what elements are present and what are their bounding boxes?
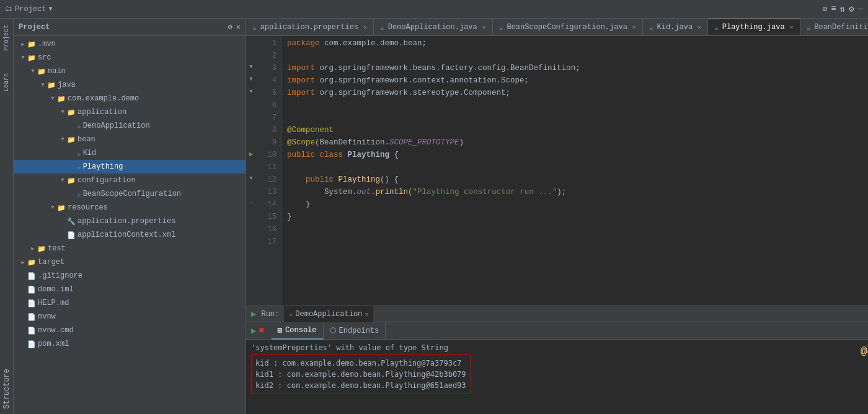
tree-label-16: target [38,258,64,266]
tab-close-plaything[interactable]: ✕ [790,24,794,31]
code-line-10: public class Plaything { [287,149,868,161]
structure-icon[interactable]: Structure [2,369,11,409]
file-tab-app-props[interactable]: ☕application.properties✕ [246,19,374,35]
tab-icon-app-props: ☕ [252,24,257,32]
tree-icon-17: 📄 [27,272,36,280]
code-line-8: @Component [287,124,868,136]
console-stop-icon[interactable]: ■ [259,325,264,336]
tree-item-20[interactable]: 📄mvnw [14,310,246,324]
code-line-14: } [287,198,868,211]
tree-item-6[interactable]: ☕DemoApplication [14,119,246,133]
tree-label-13: application.properties [78,217,175,226]
run-tab[interactable]: ☕ DemoApplication ✕ [284,306,373,322]
file-tab-bean-def[interactable]: ☕BeanDefinitionCustomizer.class✕ [800,19,868,35]
tree-item-0[interactable]: ▶📁.mvn [14,37,246,51]
tree-item-19[interactable]: 📄HELP.md [14,296,246,310]
tree-item-16[interactable]: ▶📁target [14,255,246,269]
tree-arrow-4: ▼ [48,95,57,102]
run-icon[interactable]: ▶ [249,149,253,159]
tree-arrow-1: ▼ [19,55,27,61]
tab-close-demo-app[interactable]: ✕ [482,24,486,31]
tree-arrow-7: ▼ [58,136,67,143]
tree-item-22[interactable]: 📄pom.xml [14,337,246,351]
tree-item-11[interactable]: ☕BeanScopeConfiguration [14,187,246,201]
tab-close-kid[interactable]: ✕ [698,24,701,31]
layout-icon[interactable]: ⇅ [840,4,845,14]
tree-label-5: application [78,108,126,117]
code-line-2 [287,50,868,62]
watermark: @砖业洋__ [861,346,868,357]
tree-item-5[interactable]: ▼📁application [14,105,246,119]
tree-item-13[interactable]: 🔧application.properties [14,214,246,228]
tree-label-9: Plaything [83,162,123,171]
tree-icon-5: 📁 [67,108,76,117]
project-close-icon[interactable]: ✕ [236,22,241,32]
tree-icon-14: 📄 [67,231,76,239]
tab-icon-demo-app: ☕ [380,24,384,32]
fold-icon-4: ▼ [249,76,252,82]
minimize-icon[interactable]: — [858,4,863,14]
code-line-5: import org.springframework.stereotype.Co… [287,87,868,99]
file-tab-bean-scope[interactable]: ☕BeanScopeConfiguration.java✕ [493,19,643,35]
console-output[interactable]: 'systemProperties' with value of type St… [246,340,868,414]
tree-arrow-10: ▼ [58,177,67,183]
tree-item-10[interactable]: ▼📁configuration [14,174,246,187]
sidebar-tab-learn[interactable]: Learn [2,69,11,95]
tree-icon-0: 📁 [27,40,36,48]
file-tab-kid[interactable]: ☕Kid.java✕ [643,19,708,35]
fold-icon-12: ▼ [249,175,252,182]
tree-item-17[interactable]: 📄.gitignore [14,269,246,283]
tree-item-1[interactable]: ▼📁src [14,51,246,64]
tree-label-19: HELP.md [38,299,69,307]
project-gear-icon[interactable]: ⚙ [228,22,232,32]
editor-content: ▼ ▼ ▼ ▶ ▼ — 1 [246,36,868,306]
tree-item-4[interactable]: ▼📁com.example.demo [14,92,246,105]
tab-icon-kid: ☕ [649,24,653,32]
tree-item-9[interactable]: ☕Plaything [14,160,246,174]
console-tab-icons-left: ▶ ■ [249,325,267,336]
run-bar: ▶ Run: ☕ DemoApplication ✕ [246,306,868,322]
tree-label-4: com.example.demo [68,94,139,103]
tree-icon-9: ☕ [77,163,81,171]
settings-icon[interactable]: ⊕ [822,4,827,14]
run-play-icon[interactable]: ▶ [251,309,256,319]
project-label[interactable]: Project [15,5,46,14]
tree-item-2[interactable]: ▼📁main [14,64,246,78]
console-run-icon[interactable]: ▶ [251,325,256,336]
tree-item-18[interactable]: 📄demo.iml [14,283,246,296]
tree-icon-4: 📁 [57,95,66,103]
tab-icon-plaything: ☕ [714,24,719,32]
gear-icon[interactable]: ⚙ [849,4,854,14]
tree-item-12[interactable]: ▼📁resources [14,201,246,214]
run-tab-close[interactable]: ✕ [365,310,368,318]
menu-icon[interactable]: ≡ [831,4,836,14]
file-tab-plaything[interactable]: ☕Plaything.java✕ [708,19,800,35]
project-header-icons: ⚙ ✕ [228,22,241,32]
console-tab-endpoints[interactable]: ⬡ Endpoints [324,322,386,340]
tab-label-bean-def: BeanDefinitionCustomizer.class [814,23,868,32]
fold-icon-5: ▼ [249,89,252,95]
tab-close-bean-scope[interactable]: ✕ [632,24,636,31]
tree-arrow-2: ▼ [29,68,37,74]
tree-item-21[interactable]: 📄mvnw.cmd [14,324,246,337]
tree-item-15[interactable]: ▶📁test [14,242,246,255]
tree-item-14[interactable]: 📄applicationContext.xml [14,228,246,242]
tree-label-8: Kid [83,149,97,157]
tab-close-app-props[interactable]: ✕ [363,24,367,31]
console-tab-console[interactable]: ▤ Console [272,322,324,340]
code-line-3: import org.springframework.beans.factory… [287,62,868,74]
tree-label-7: bean [78,135,95,144]
tree-item-3[interactable]: ▼📁java [14,78,246,92]
project-panel-header: Project ⚙ ✕ [14,19,246,36]
tree-item-7[interactable]: ▼📁bean [14,133,246,146]
file-tab-demo-app[interactable]: ☕DemoApplication.java✕ [374,19,493,35]
project-dropdown-icon[interactable]: ▼ [48,6,52,12]
console-label: Console [285,326,316,335]
sidebar-tab-project[interactable]: Project [2,21,11,55]
tree-item-8[interactable]: ☕Kid [14,146,246,160]
console-box: kid : com.example.demo.bean.Plaything@7a… [251,355,471,394]
code-area[interactable]: package com.example.demo.bean; import or… [282,36,868,306]
code-line-16 [287,223,868,236]
console-icon: ▤ [278,325,282,335]
console-line-1: 'systemProperties' with value of type St… [251,342,868,353]
